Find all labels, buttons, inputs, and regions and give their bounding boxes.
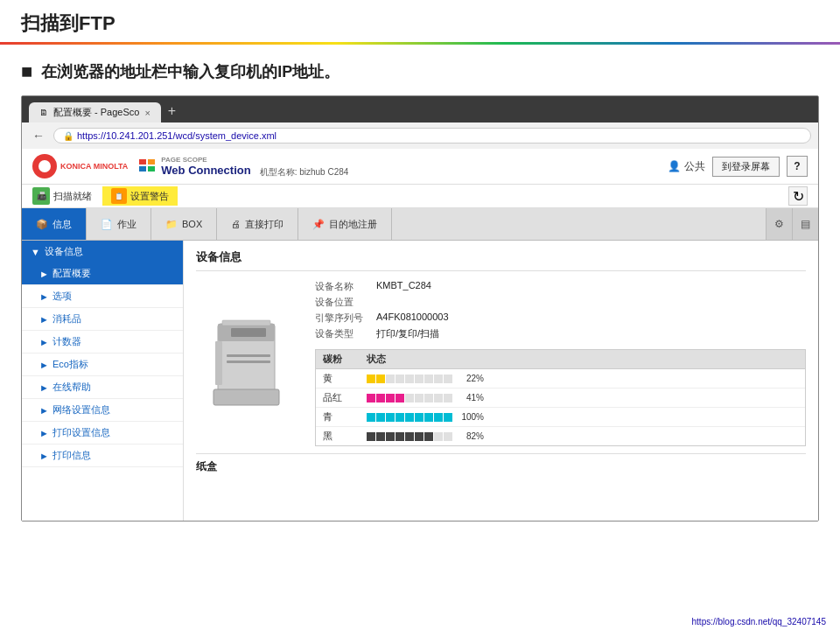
nav-tab-job[interactable]: 📄 作业 <box>87 208 151 240</box>
toner-blocks-yellow <box>367 374 452 383</box>
konica-circle-inner <box>38 160 51 172</box>
scope-icon <box>138 158 158 174</box>
sidebar-item-label-3: 计数器 <box>52 335 81 348</box>
svg-rect-8 <box>215 341 222 385</box>
toner-block-empty <box>386 374 395 383</box>
user-name: 公共 <box>684 159 705 174</box>
scope-logo: PAGE SCOPE Web Connection <box>138 156 250 177</box>
toner-block <box>367 374 375 383</box>
toner-block <box>415 432 424 441</box>
svg-rect-11 <box>222 320 270 326</box>
toner-percent-yellow: 22% <box>458 374 484 383</box>
sidebar-item-config-overview[interactable]: ► 配置概要 <box>22 262 183 285</box>
sidebar-item-label-7: 打印设置信息 <box>52 426 110 439</box>
alert-warning-label: 设置警告 <box>130 190 169 203</box>
svg-rect-0 <box>139 159 146 164</box>
login-button[interactable]: 到登录屏幕 <box>712 157 780 177</box>
browser-tab[interactable]: 🗎 配置概要 - PageSco × <box>29 102 161 122</box>
toner-percent-magenta: 41% <box>458 393 484 402</box>
sidebar-section-arrow: ▼ <box>31 247 40 257</box>
paper-section: 纸盒 <box>196 453 806 474</box>
info-tab-icon: 📦 <box>36 219 48 230</box>
refresh-button[interactable]: ↻ <box>788 186 808 206</box>
back-button[interactable]: ← <box>29 126 48 145</box>
toner-block <box>386 394 395 402</box>
toner-block <box>386 413 395 422</box>
toner-bar-cyan: 100% <box>360 410 805 424</box>
scan-ready-status: 📠 扫描就绪 <box>32 187 92 205</box>
sidebar-item-counter[interactable]: ► 计数器 <box>22 331 183 354</box>
extra-tab[interactable]: ▤ <box>792 208 818 240</box>
info-table: 设备名称 KMBT_C284 设备位置 引擎序列号 A4FK081000003 <box>315 280 806 340</box>
toner-block <box>367 413 375 422</box>
direct-print-tab-label: 直接打印 <box>245 218 284 231</box>
toner-name-black: 黑 <box>316 427 360 445</box>
sidebar: ▼ 设备信息 ► 配置概要 ► 选项 ► 消耗品 ► 计数器 <box>22 241 184 521</box>
tab-add-button[interactable]: + <box>161 100 183 122</box>
nav-tabs-right: ⚙ ▤ <box>766 208 818 240</box>
help-button[interactable]: ? <box>787 156 808 177</box>
device-details: 设备名称 KMBT_C284 设备位置 引擎序列号 A4FK081000003 <box>315 280 806 446</box>
toner-percent-cyan: 100% <box>458 412 484 422</box>
sidebar-item-eco[interactable]: ► Eco指标 <box>22 354 183 376</box>
tab-close-icon[interactable]: × <box>144 108 150 118</box>
webapp-statusbar: 📠 扫描就绪 📋 设置警告 ↻ <box>22 185 818 208</box>
toner-block-empty <box>434 374 443 383</box>
printer-image <box>205 306 292 420</box>
user-icon: 👤 <box>668 160 681 172</box>
toner-block <box>415 413 424 422</box>
settings-tab[interactable]: ⚙ <box>766 208 792 240</box>
sidebar-item-arrow-7: ► <box>39 428 49 438</box>
web-app: KONICA MINOLTA PAGE SCOPE Web Connection… <box>22 149 818 521</box>
nav-tab-info[interactable]: 📦 信息 <box>22 208 87 240</box>
svg-rect-3 <box>148 166 155 172</box>
toner-block-empty <box>444 432 452 441</box>
user-section: 👤 公共 到登录屏幕 ? <box>668 156 808 177</box>
sidebar-item-options[interactable]: ► 选项 <box>22 285 183 308</box>
sidebar-item-print-settings[interactable]: ► 打印设置信息 <box>22 422 183 444</box>
browser-chrome: 🗎 配置概要 - PageSco × + ← 🔒 https://10.241.… <box>22 96 818 149</box>
nav-tab-box[interactable]: 📁 BOX <box>151 208 217 240</box>
sidebar-item-arrow-2: ► <box>39 314 49 325</box>
toner-block <box>386 432 395 441</box>
sidebar-item-network[interactable]: ► 网络设置信息 <box>22 399 183 422</box>
toner-name-yellow: 黄 <box>316 369 360 388</box>
device-image-area <box>196 280 301 446</box>
serial-value: A4FK081000003 <box>376 312 449 325</box>
toner-table: 碳粉 状态 黄 <box>315 349 806 446</box>
toner-bar-magenta: 41% <box>360 390 805 405</box>
svg-rect-9 <box>227 354 270 357</box>
job-tab-label: 作业 <box>117 218 136 231</box>
instruction-text: 在浏览器的地址栏中输入复印机的IP地址。 <box>41 61 340 82</box>
info-row-serial: 引擎序列号 A4FK081000003 <box>315 312 806 325</box>
svg-rect-2 <box>148 159 155 164</box>
bullet-icon: ■ <box>21 60 32 83</box>
toner-col-status: 状态 <box>360 350 393 368</box>
toner-block-empty <box>415 374 424 383</box>
browser-nav: ← 🔒 https://10.241.201.251/wcd/system_de… <box>22 122 818 149</box>
sidebar-item-arrow-4: ► <box>39 360 49 370</box>
info-tab-label: 信息 <box>52 218 72 231</box>
toner-block <box>396 394 404 402</box>
sidebar-item-print-info[interactable]: ► 打印信息 <box>22 444 183 467</box>
nav-tab-direct-print[interactable]: 🖨 直接打印 <box>217 208 298 240</box>
device-location-label: 设备位置 <box>315 296 376 309</box>
toner-row-yellow: 黄 <box>316 369 805 388</box>
alert-icon: 📋 <box>111 188 127 204</box>
toner-header: 碳粉 状态 <box>316 350 805 369</box>
info-row-type: 设备类型 打印/复印/扫描 <box>315 327 806 340</box>
toner-block <box>424 413 433 422</box>
sidebar-item-online-help[interactable]: ► 在线帮助 <box>22 376 183 399</box>
sidebar-item-arrow-1: ► <box>39 291 49 302</box>
nav-tab-destination[interactable]: 📌 目的地注册 <box>298 208 392 240</box>
toner-percent-black: 82% <box>458 431 484 441</box>
sidebar-item-consumables[interactable]: ► 消耗品 <box>22 308 183 331</box>
toner-row-magenta: 品红 <box>316 388 805 408</box>
toner-blocks-magenta <box>367 394 452 402</box>
sidebar-item-arrow-6: ► <box>39 405 49 416</box>
device-name-value: KMBT_C284 <box>376 280 431 293</box>
toner-bar-black: 82% <box>360 429 805 444</box>
address-bar[interactable]: 🔒 https://10.241.201.251/wcd/system_devi… <box>53 128 811 144</box>
toner-block <box>434 413 443 422</box>
destination-tab-icon: 📌 <box>312 219 325 230</box>
